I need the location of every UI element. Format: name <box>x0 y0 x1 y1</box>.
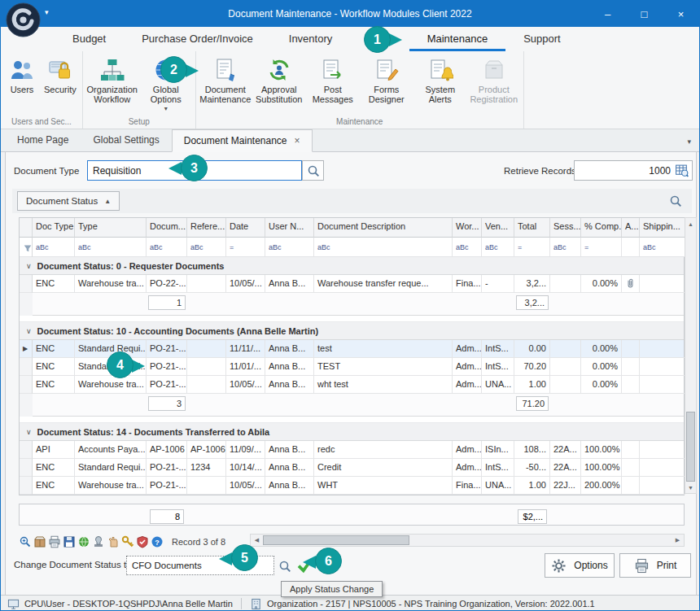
ribbon-button-system-alerts[interactable]: System Alerts <box>413 55 467 105</box>
ribbon-button-document-maintenance[interactable]: Document Maintenance <box>199 55 252 105</box>
minimize-button[interactable]: – <box>589 1 626 27</box>
close-tab-icon[interactable]: × <box>295 136 300 146</box>
column-header-docum[interactable]: Docum... <box>147 218 187 238</box>
grid-header-row: Doc TypeTypeDocum...Refere...DateUser N.… <box>20 218 684 238</box>
group-total-summary: 71.20 <box>516 396 549 411</box>
close-button[interactable]: × <box>663 1 699 27</box>
help-icon[interactable]: ? <box>151 535 164 548</box>
column-header-wor[interactable]: Wor... <box>453 218 482 238</box>
doc-tab-home-page[interactable]: Home Page <box>5 129 81 151</box>
group-header-row[interactable]: ∨Document Status: 10 - Accounting Docume… <box>20 322 684 340</box>
filter-cell[interactable]: aBc <box>482 238 514 257</box>
menu-tab-inventory[interactable]: Inventory <box>271 27 350 51</box>
filter-cell[interactable]: = <box>581 238 622 257</box>
column-header-document-description[interactable]: Document Description <box>314 218 453 238</box>
lock-icon <box>47 57 73 83</box>
globe2-icon[interactable] <box>77 535 90 548</box>
ribbon-button-forms-designer[interactable]: Forms Designer <box>360 55 413 105</box>
zoom-icon[interactable] <box>19 535 32 548</box>
group-by-document-status[interactable]: Document Status ▲ <box>17 191 120 211</box>
doc-tab-document-maintenance[interactable]: Document Maintenance× <box>172 129 313 152</box>
menu-tab-support[interactable]: Support <box>505 27 579 51</box>
filter-cell[interactable]: aBc <box>265 238 314 257</box>
menu-tab-maintenance[interactable]: Maintenance <box>409 27 505 51</box>
column-header-type[interactable]: Type <box>75 218 147 238</box>
change-status-search-button[interactable] <box>277 558 293 574</box>
menu-tab-budget[interactable]: Budget <box>55 27 124 51</box>
filter-cell[interactable]: aBc <box>147 238 187 257</box>
scroll-up-icon[interactable]: ▲ <box>685 218 696 229</box>
horizontal-scrollbar[interactable]: ◀ ▶ <box>250 534 685 547</box>
horizontal-scroll-thumb[interactable] <box>263 535 409 545</box>
retrieve-records-lookup-icon[interactable] <box>675 164 689 177</box>
doc-tab-global-settings[interactable]: Global Settings <box>81 129 171 151</box>
document-type-search-button[interactable] <box>302 160 324 181</box>
options-button[interactable]: Options <box>545 553 615 578</box>
table-row[interactable]: ENCStandard Requi...PO-21-...123410/14/.… <box>20 459 684 477</box>
group-header-row[interactable]: ∨Document Status: 14 - Documents Transfe… <box>20 423 684 441</box>
group-summary-row: 371.20 <box>20 394 684 417</box>
filter-cell[interactable]: aBc <box>187 238 226 257</box>
key-icon[interactable] <box>121 535 134 548</box>
column-header-date[interactable]: Date <box>226 218 265 238</box>
column-header-refere[interactable]: Refere... <box>187 218 226 238</box>
column-header-doc-type[interactable]: Doc Type <box>33 218 75 238</box>
table-row[interactable]: ENCWarehouse tra...PO-22-...10/05/...Ann… <box>20 275 684 293</box>
ribbon-button-approval-substitution[interactable]: Approval Substitution <box>252 55 306 105</box>
grid-search-icon[interactable] <box>669 194 682 207</box>
save-icon[interactable] <box>63 535 76 548</box>
approval-icon <box>266 57 292 83</box>
shield-icon[interactable] <box>136 535 149 548</box>
ribbon-button-security[interactable]: Security <box>41 55 80 94</box>
filter-cell[interactable]: aBc <box>314 238 453 257</box>
tab-list-dropdown-icon[interactable]: ▾ <box>687 137 691 146</box>
quick-access-dropdown-icon[interactable]: ▾ <box>45 8 49 16</box>
ribbon-button-post-messages[interactable]: Post Messages <box>306 55 360 105</box>
print-icon[interactable] <box>48 535 61 548</box>
svg-text:?: ? <box>155 539 160 547</box>
table-row[interactable]: APIAccounts Paya...AP-1006AP-100611/09/.… <box>20 441 684 459</box>
maximize-button[interactable]: □ <box>626 1 663 27</box>
filter-cell[interactable]: = <box>514 238 550 257</box>
menu-tab-purchase-order-invoice[interactable]: Purchase Order/Invoice <box>124 27 271 51</box>
vertical-scrollbar[interactable]: ▲ ▼ <box>685 217 697 494</box>
column-header-a[interactable]: A... <box>622 218 640 238</box>
ribbon-group-label: Users and Sec... <box>3 116 80 129</box>
filter-cell[interactable]: aBc <box>75 238 147 257</box>
column-header-user-n[interactable]: User N... <box>265 218 314 238</box>
scroll-right-icon[interactable]: ▶ <box>672 535 684 546</box>
vertical-scroll-thumb[interactable] <box>686 412 695 482</box>
filter-cell[interactable]: aBc <box>550 238 581 257</box>
package-icon[interactable] <box>33 535 46 548</box>
sort-ascending-icon: ▲ <box>104 198 111 205</box>
table-row[interactable]: ENCWarehouse tra...PO-21-...10/05/...Ann… <box>20 376 684 394</box>
ribbon-group-users-and-sec: UsersSecurityUsers and Sec... <box>1 51 83 129</box>
callout-2: 2 <box>160 56 187 83</box>
app-window: Document Maintenance - Workflow Modules … <box>0 0 700 611</box>
print-button[interactable]: Print <box>619 553 691 578</box>
stamp-icon[interactable] <box>92 535 105 548</box>
column-header-ven[interactable]: Ven... <box>482 218 514 238</box>
column-header-comp[interactable]: % Comp... <box>581 218 622 238</box>
filter-cell[interactable]: aBc <box>33 238 75 257</box>
callout-6-arrow <box>303 556 316 569</box>
ribbon-button-organization-workflow[interactable]: Organization Workflow <box>85 55 139 105</box>
funnel-icon <box>23 243 33 253</box>
scroll-down-icon[interactable]: ▼ <box>685 482 696 493</box>
filter-cell[interactable]: aBc <box>640 238 685 257</box>
column-header-shippin[interactable]: Shippin... <box>640 218 685 238</box>
app-logo-icon[interactable] <box>6 2 41 37</box>
filter-cell[interactable] <box>622 238 640 257</box>
group-header-row[interactable]: ∨Document Status: 0 - Requester Document… <box>20 257 684 275</box>
ribbon-button-product-registration[interactable]: Product Registration <box>467 55 521 105</box>
scroll-left-icon[interactable]: ◀ <box>251 535 263 546</box>
filter-cell[interactable]: = <box>226 238 265 257</box>
column-header-sess[interactable]: Sess... <box>550 218 581 238</box>
table-row[interactable]: ENCWarehouse tra...PO-21-...10/05/...Ann… <box>20 477 684 495</box>
ribbon-button-users[interactable]: Users <box>3 55 41 94</box>
docmaint-icon <box>212 57 238 83</box>
column-header-total[interactable]: Total <box>514 218 550 238</box>
hand-icon[interactable] <box>107 535 120 548</box>
filter-cell[interactable]: aBc <box>453 238 482 257</box>
status-user: CPU\User - DESKTOP-1QSHPDJ\Anna Belle Ma… <box>24 599 233 609</box>
